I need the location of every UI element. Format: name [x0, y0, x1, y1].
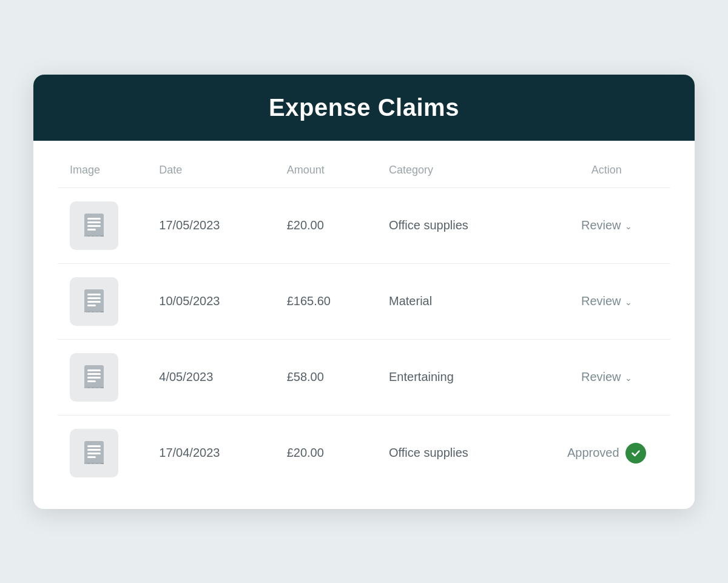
cell-image	[58, 263, 147, 339]
cell-category: Office supplies	[377, 415, 543, 491]
svg-rect-16	[87, 445, 101, 447]
page-wrapper: Expense Claims Image Date Amount Categor…	[0, 0, 728, 583]
svg-rect-11	[87, 369, 101, 371]
col-header-action: Action	[543, 147, 670, 188]
table-row: 17/05/2023£20.00Office supplies Review ⌄	[58, 187, 670, 263]
cell-image	[58, 339, 147, 415]
col-header-amount: Amount	[275, 147, 377, 188]
svg-rect-14	[87, 380, 96, 382]
svg-rect-18	[87, 453, 101, 454]
cell-amount: £58.00	[275, 339, 377, 415]
review-button[interactable]: Review ⌄	[581, 294, 632, 308]
svg-rect-8	[87, 301, 101, 303]
approved-check-icon	[625, 443, 646, 463]
receipt-icon	[70, 277, 118, 326]
cell-category: Entertaining	[377, 339, 543, 415]
svg-rect-3	[87, 225, 101, 227]
receipt-svg	[81, 440, 107, 467]
card-header: Expense Claims	[33, 75, 695, 141]
review-label: Review	[581, 294, 621, 308]
review-label: Review	[581, 218, 621, 232]
col-header-category: Category	[377, 147, 543, 188]
review-button[interactable]: Review ⌄	[581, 370, 632, 384]
svg-rect-13	[87, 377, 101, 379]
cell-date: 4/05/2023	[147, 339, 274, 415]
receipt-icon	[70, 201, 118, 250]
table-header: Image Date Amount Category Action	[58, 147, 670, 188]
svg-rect-1	[87, 218, 101, 220]
cell-image	[58, 415, 147, 491]
cell-date: 17/04/2023	[147, 415, 274, 491]
cell-action: Review ⌄	[543, 187, 670, 263]
svg-rect-4	[87, 229, 96, 231]
review-button[interactable]: Review ⌄	[581, 218, 632, 232]
cell-amount: £20.00	[275, 415, 377, 491]
svg-rect-12	[87, 373, 101, 375]
cell-action: Review ⌄	[543, 339, 670, 415]
cell-amount: £20.00	[275, 187, 377, 263]
receipt-svg	[81, 212, 107, 239]
approved-status: Approved	[567, 443, 646, 463]
receipt-icon	[70, 429, 118, 477]
table-row: 4/05/2023£58.00Entertaining Review ⌄	[58, 339, 670, 415]
table-body: 17/05/2023£20.00Office supplies Review ⌄…	[58, 187, 670, 491]
page-title: Expense Claims	[58, 94, 670, 121]
receipt-icon	[70, 353, 118, 402]
card-body: Image Date Amount Category Action	[33, 141, 695, 509]
chevron-down-icon: ⌄	[625, 221, 632, 231]
svg-rect-7	[87, 297, 101, 299]
cell-amount: £165.60	[275, 263, 377, 339]
cell-category: Material	[377, 263, 543, 339]
svg-rect-2	[87, 221, 101, 223]
table-row: 10/05/2023£165.60Material Review ⌄	[58, 263, 670, 339]
chevron-down-icon: ⌄	[625, 373, 632, 383]
receipt-svg	[81, 288, 107, 315]
svg-rect-6	[87, 294, 101, 295]
cell-category: Office supplies	[377, 187, 543, 263]
cell-date: 10/05/2023	[147, 263, 274, 339]
cell-action: Review ⌄	[543, 263, 670, 339]
expense-claims-card: Expense Claims Image Date Amount Categor…	[33, 75, 695, 509]
col-header-date: Date	[147, 147, 274, 188]
svg-rect-9	[87, 305, 96, 306]
table-row: 17/04/2023£20.00Office supplies Approved	[58, 415, 670, 491]
chevron-down-icon: ⌄	[625, 297, 632, 307]
cell-image	[58, 187, 147, 263]
svg-rect-19	[87, 456, 96, 458]
cell-action: Approved	[543, 415, 670, 491]
cell-date: 17/05/2023	[147, 187, 274, 263]
review-label: Review	[581, 370, 621, 384]
receipt-svg	[81, 364, 107, 391]
expense-table: Image Date Amount Category Action	[58, 147, 670, 491]
svg-rect-17	[87, 449, 101, 451]
approved-label: Approved	[567, 446, 619, 460]
col-header-image: Image	[58, 147, 147, 188]
